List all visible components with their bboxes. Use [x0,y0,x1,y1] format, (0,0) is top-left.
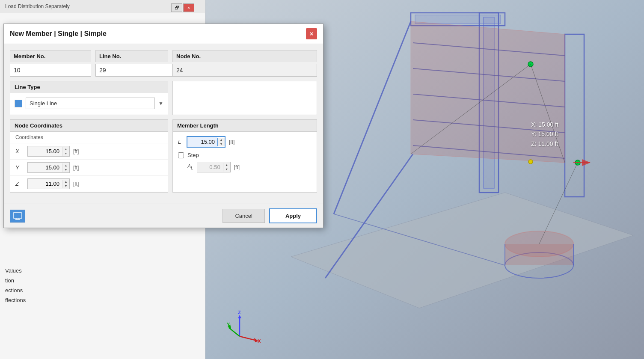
dialog-title: New Member | Single | Simple [10,30,107,38]
coord-x: X: 15.00 ft [531,120,558,129]
svg-text:Y: Y [227,322,230,327]
dialog-close-button[interactable]: × [306,28,317,39]
svg-text:Z: Z [238,311,241,315]
dialog-footer: Cancel Apply [4,204,323,228]
step-checkbox[interactable] [178,152,184,158]
svg-line-33 [240,336,257,341]
coordinate-display: X: 15.00 ft Y: 15.00 ft Z: 11.00 ft [531,120,558,148]
svg-text:X: X [258,338,261,344]
y-input-wrap: ▲ ▼ [27,162,70,173]
length-content: L ▲ ▼ [ft] Step [173,132,317,177]
bottom-row: Node Coordinates Coordinates X ▲ ▼ [ft] [10,119,317,193]
coord-y: Y: 15.00 ft [531,129,558,139]
delta-spin-buttons: ▲ ▼ [223,163,230,172]
dropdown-arrow-icon: ▼ [158,101,163,107]
y-spin-up-button[interactable]: ▲ [62,163,69,168]
z-coord-input[interactable] [28,179,62,189]
svg-rect-5 [415,15,501,24]
node-no-input[interactable] [172,64,317,77]
bg-item-2: tion [5,276,200,285]
cancel-button[interactable]: Cancel [223,209,264,223]
delta-input-wrap: ▲ ▼ [197,162,231,172]
line-type-select-row: Single Line Arc Line Spline Polyline ▼ [10,93,168,113]
length-l-row: L ▲ ▼ [ft] [178,136,312,148]
top-fields-row: Member No. Line No. ✕ Node No. [10,50,317,77]
step-label: Step [187,152,199,158]
length-input[interactable] [187,137,217,147]
x-spin-buttons: ▲ ▼ [62,147,69,156]
x-spin-down-button[interactable]: ▼ [62,151,69,156]
axis-indicator: Z Y X [227,311,261,346]
z-coord-row: Z ▲ ▼ [ft] [10,176,168,192]
x-coord-row: X ▲ ▼ [ft] [10,143,168,160]
delta-input[interactable] [197,162,223,172]
length-spin-buttons: ▲ ▼ [217,138,225,146]
delta-label: ΔL [187,163,193,170]
dialog-body: Member No. Line No. ✕ Node No. Line Ty [4,44,323,204]
member-length-panel: Member Length L ▲ ▼ [ft] [172,119,317,193]
x-input-wrap: ▲ ▼ [27,146,70,157]
y-coord-label: Y [15,164,24,171]
line-type-dropdown[interactable]: Single Line Arc Line Spline Polyline [26,98,155,109]
restore-button[interactable]: 🗗 [171,3,182,12]
monitor-icon-button[interactable] [10,210,25,223]
step-row: Step [178,152,312,158]
svg-marker-30 [238,315,241,318]
x-unit-label: [ft] [73,148,79,154]
svg-line-31 [229,328,240,336]
svg-rect-17 [505,244,573,265]
node-coordinates-panel: Node Coordinates Coordinates X ▲ ▼ [ft] [10,119,168,193]
bg-close-button[interactable]: × [183,3,194,12]
length-input-wrap: ▲ ▼ [187,136,226,148]
svg-point-22 [528,160,533,164]
line-type-color-swatch [15,100,22,107]
coord-z: Z: 11.00 ft [531,139,558,148]
z-input-wrap: ▲ ▼ [27,178,70,189]
y-coord-input[interactable] [28,163,62,172]
x-coord-input[interactable] [28,146,62,156]
x-coord-label: X [15,148,24,154]
line-no-group: Line No. ✕ [95,50,168,77]
delta-spin-down-button[interactable]: ▼ [223,167,230,172]
dialog-titlebar: New Member | Single | Simple × [4,24,323,44]
y-spin-buttons: ▲ ▼ [62,163,69,172]
length-spin-up-button[interactable]: ▲ [218,138,225,142]
delta-spin-up-button[interactable]: ▲ [223,163,230,167]
delta-unit-label: [ft] [234,164,240,170]
length-spin-down-button[interactable]: ▼ [218,142,225,146]
line-no-label: Line No. [95,50,168,62]
y-unit-label: [ft] [73,165,79,171]
footer-left [10,210,218,223]
member-no-group: Member No. [10,50,91,77]
new-member-dialog: New Member | Single | Simple × Member No… [3,24,323,228]
member-no-label: Member No. [10,50,91,62]
node-no-label: Node No. [172,50,317,62]
line-type-panel: Line Type Single Line Arc Line Spline Po… [10,81,168,115]
coordinates-sublabel: Coordinates [10,132,168,143]
z-spin-down-button[interactable]: ▼ [62,184,69,188]
z-coord-label: Z [15,181,24,187]
bg-app-items: Values tion ections ffections [0,261,205,309]
middle-row: Line Type Single Line Arc Line Spline Po… [10,81,317,115]
x-spin-up-button[interactable]: ▲ [62,147,69,151]
bg-item-1: Values [5,266,200,276]
length-unit-label: [ft] [229,139,234,145]
line-no-input[interactable] [95,64,178,77]
z-spin-buttons: ▲ ▼ [62,180,69,188]
member-no-input[interactable] [10,64,91,77]
y-coord-row: Y ▲ ▼ [ft] [10,160,168,176]
node-coords-header: Node Coordinates [10,120,168,132]
axis-svg: Z Y X [227,311,261,345]
length-l-label: L [178,139,183,145]
line-no-field-wrap: ✕ [95,64,168,77]
z-spin-up-button[interactable]: ▲ [62,180,69,184]
y-spin-down-button[interactable]: ▼ [62,168,69,172]
window-controls: 🗗 × [171,3,194,12]
right-empty-panel [172,81,317,115]
apply-button[interactable]: Apply [269,208,317,223]
delta-row: ΔL ▲ ▼ [ft] [178,162,312,172]
member-length-header: Member Length [173,120,317,132]
svg-rect-38 [13,213,22,218]
z-unit-label: [ft] [73,181,79,187]
node-no-group: Node No. [172,50,317,77]
